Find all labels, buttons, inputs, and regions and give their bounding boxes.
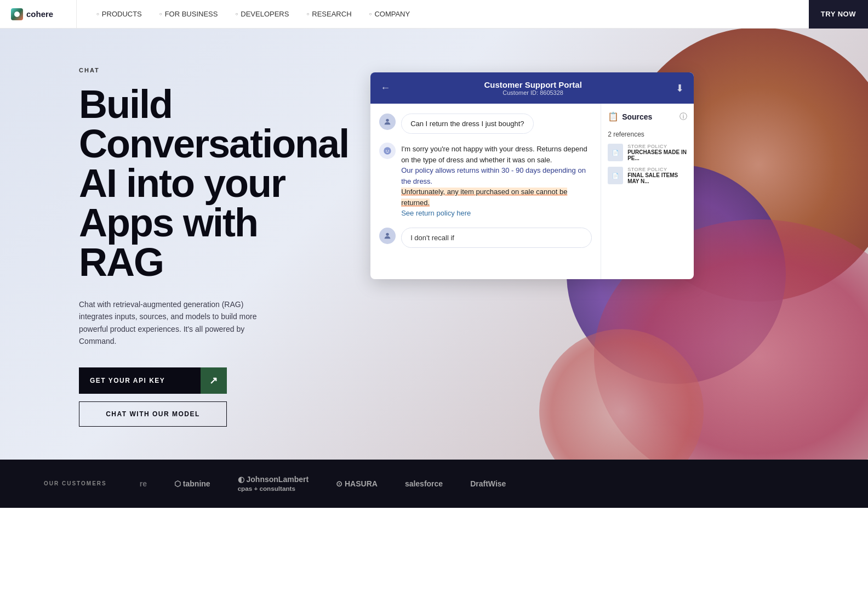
source-doc-icon-2: 📄: [608, 167, 623, 184]
source-item-1: 📄 STORE POLICY PURCHASES MADE IN PE...: [608, 144, 687, 161]
chat-area: Can I return the dress I just bought?: [370, 104, 601, 279]
nav-links: PRODUCTS FOR BUSINESS DEVELOPERS RESEARC…: [77, 0, 809, 29]
user-message-2: [379, 228, 592, 248]
demo-customer-id: Customer ID: 8605328: [397, 89, 669, 96]
source-doc-icon-1: 📄: [608, 144, 623, 161]
chat-with-model-button[interactable]: CHAT WITH OUR MODEL: [79, 401, 227, 427]
title-line3: AI into your: [79, 161, 285, 205]
customer-logo-johnsonlambert: ◐ JohnsonLambertcpas + consultants: [238, 475, 309, 492]
bot-text-plain: I'm sorry you're not happy with your dre…: [401, 145, 587, 164]
hero-right: ← Customer Support Portal Customer ID: 8…: [370, 61, 835, 279]
nav-link-research[interactable]: RESEARCH: [298, 0, 360, 29]
svg-point-2: [386, 150, 387, 151]
demo-widget: ← Customer Support Portal Customer ID: 8…: [370, 72, 694, 279]
customer-logo-salesforce: salesforce: [405, 479, 443, 488]
nav-link-products[interactable]: PRODUCTS: [88, 0, 151, 29]
bot-avatar: [379, 143, 396, 159]
chat-input[interactable]: [401, 228, 592, 248]
demo-header: ← Customer Support Portal Customer ID: 8…: [370, 72, 694, 104]
hero-content: CHAT Build Conversational AI into your A…: [0, 29, 868, 460]
bot-text-highlight2: Unfortunately, any item purchased on sal…: [401, 188, 567, 207]
user-avatar-2: [379, 228, 396, 244]
source-text-1: STORE POLICY PURCHASES MADE IN PE...: [627, 144, 687, 161]
hero-label: CHAT: [79, 67, 349, 73]
title-line5: RAG: [79, 240, 163, 284]
download-icon[interactable]: ⬇: [676, 82, 684, 94]
source-label-1: STORE POLICY: [627, 144, 687, 149]
return-policy-link[interactable]: See return policy here: [401, 209, 471, 217]
svg-point-3: [388, 150, 389, 151]
sources-doc-icon: 📋: [608, 111, 619, 122]
api-key-arrow-icon: ↗: [201, 367, 227, 394]
get-api-key-button[interactable]: GET YOUR API KEY ↗: [79, 367, 227, 394]
source-item-2: 📄 STORE POLICY FINAL SALE ITEMS MAY N...: [608, 167, 687, 184]
hero-description: Chat with retrieval-augmented generation…: [79, 298, 276, 348]
title-line1: Build: [79, 82, 172, 126]
demo-portal-title: Customer Support Portal: [397, 80, 669, 89]
try-now-button[interactable]: TRY NOW: [809, 0, 868, 29]
sources-info-icon[interactable]: ⓘ: [679, 112, 687, 122]
user-message-1: Can I return the dress I just bought?: [379, 114, 592, 134]
svg-point-4: [386, 233, 389, 235]
customers-bar: OUR CUSTOMERS re ⬡ tabnine ◐ JohnsonLamb…: [0, 460, 868, 508]
demo-body: Can I return the dress I just bought?: [370, 104, 694, 279]
bot-message-1: I'm sorry you're not happy with your dre…: [379, 143, 592, 219]
sources-panel: 📋 Sources ⓘ 2 references 📄 STORE POLICY …: [601, 104, 694, 279]
demo-header-center: Customer Support Portal Customer ID: 860…: [397, 80, 669, 96]
bot-bubble-1: I'm sorry you're not happy with your dre…: [401, 143, 592, 219]
customer-logo-hasura: ⊙ HASURA: [336, 479, 378, 488]
nav-link-company[interactable]: COMPANY: [361, 0, 419, 29]
api-key-button-label: GET YOUR API KEY: [79, 368, 201, 393]
svg-point-0: [386, 119, 389, 122]
title-line2: Conversational: [79, 122, 349, 166]
sources-title: 📋 Sources: [608, 111, 652, 122]
source-name-1: PURCHASES MADE IN PE...: [627, 149, 687, 161]
source-text-2: STORE POLICY FINAL SALE ITEMS MAY N...: [627, 167, 687, 184]
hero-section: CHAT Build Conversational AI into your A…: [0, 0, 868, 460]
title-line4: Apps with: [79, 201, 258, 245]
hero-left: CHAT Build Conversational AI into your A…: [79, 61, 349, 427]
hero-title: Build Conversational AI into your Apps w…: [79, 84, 349, 282]
source-name-2: FINAL SALE ITEMS MAY N...: [627, 172, 687, 184]
bot-text-highlight1: Our policy allows returns within 30 - 90…: [401, 166, 586, 185]
svg-point-1: [384, 147, 391, 154]
sources-refs-count: 2 references: [608, 131, 687, 138]
navbar: cohere PRODUCTS FOR BUSINESS DEVELOPERS …: [0, 0, 868, 29]
user-bubble-1: Can I return the dress I just bought?: [401, 114, 533, 134]
sources-header: 📋 Sources ⓘ: [608, 111, 687, 122]
customers-label: OUR CUSTOMERS: [44, 480, 107, 486]
customer-logo-partial: re: [140, 479, 147, 488]
nav-link-business[interactable]: FOR BUSINESS: [151, 0, 227, 29]
customer-logo-tabnine: ⬡ tabnine: [174, 479, 210, 488]
logo-text: cohere: [26, 9, 53, 19]
logo[interactable]: cohere: [0, 0, 77, 28]
nav-link-developers[interactable]: DEVELOPERS: [226, 0, 298, 29]
logo-icon: [11, 8, 23, 20]
back-button[interactable]: ←: [380, 82, 390, 94]
source-label-2: STORE POLICY: [627, 167, 687, 172]
customer-logos: re ⬡ tabnine ◐ JohnsonLambertcpas + cons…: [140, 475, 824, 492]
sources-title-text: Sources: [622, 112, 652, 121]
customer-logo-draftwise: DraftWise: [470, 479, 506, 488]
user-avatar: [379, 114, 396, 130]
